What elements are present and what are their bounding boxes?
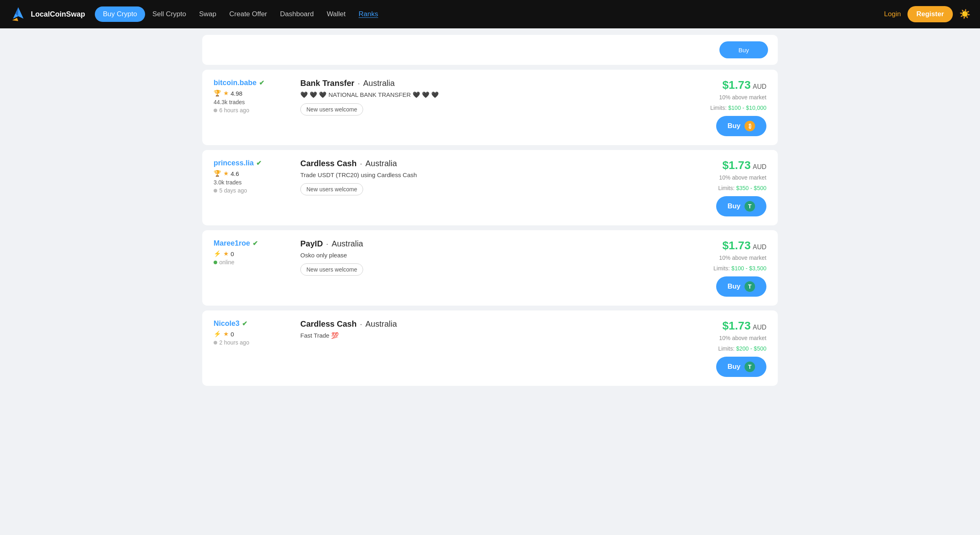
offer-card: Maree1roe ✔ ⚡ ★ 0 online PayID ·	[202, 230, 778, 306]
seller-info: bitcoin.babe ✔ 🏆 ★ 4.98 44.3k trades 6 h…	[214, 79, 291, 113]
last-seen-text: online	[219, 259, 234, 265]
buy-button[interactable]: Buy T	[716, 196, 766, 216]
limits-line: Limits: $100 - $10,000	[710, 105, 766, 111]
buy-button[interactable]: Buy T	[716, 276, 766, 297]
price-currency: AUD	[753, 244, 766, 251]
offer-card: Nicole3 ✔ ⚡ ★ 0 2 hours ago Cardless Cas…	[202, 310, 778, 386]
logo[interactable]: LocalCoinSwap	[10, 6, 85, 23]
trophy-icon: 🏆	[214, 90, 221, 97]
offer-location: Australia	[332, 239, 363, 248]
price-currency: AUD	[753, 163, 766, 171]
payment-method: Cardless Cash	[300, 159, 357, 168]
price-line: $1.73 AUD	[722, 79, 766, 92]
buy-label: Buy	[728, 282, 740, 291]
offer-details: Bank Transfer · Australia 🖤 🖤 🖤 NATIONAL…	[300, 79, 659, 116]
offer-description: Fast Trade 💯	[300, 332, 659, 339]
trades-count: 3.0k trades	[214, 179, 291, 186]
seller-meta: ⚡ ★ 0	[214, 330, 291, 338]
lightning-icon: ⚡	[214, 250, 221, 257]
theme-toggle-icon[interactable]: ☀️	[959, 9, 970, 19]
offer-details: Cardless Cash · Australia Fast Trade 💯	[300, 319, 659, 339]
price-above-market: 10% above market	[719, 174, 766, 181]
seller-name[interactable]: bitcoin.babe ✔	[214, 79, 291, 87]
price-line: $1.73 AUD	[722, 159, 766, 172]
nav-right: Login Register ☀️	[884, 6, 970, 22]
price-currency: AUD	[753, 324, 766, 331]
seller-meta: 🏆 ★ 4.6	[214, 170, 291, 177]
limits-values: $350 - $500	[736, 185, 766, 191]
buy-button[interactable]: Buy ₿	[716, 116, 766, 136]
verified-icon: ✔	[242, 320, 247, 327]
trophy-icon: 🏆	[214, 170, 221, 177]
usdt-icon: T	[745, 362, 755, 372]
buy-button[interactable]: Buy T	[716, 357, 766, 377]
verified-icon: ✔	[259, 79, 264, 87]
offer-right: $1.73 AUD 10% above market Limits: $200 …	[669, 319, 766, 377]
price-above-market: 10% above market	[719, 255, 766, 261]
price-amount: $1.73	[722, 239, 751, 252]
last-seen-text: 6 hours ago	[219, 107, 249, 113]
logo-text: LocalCoinSwap	[31, 10, 85, 19]
main-content: Buy bitcoin.babe ✔ 🏆 ★ 4.98 44.3k trades…	[186, 28, 794, 397]
buy-label: Buy	[728, 363, 740, 371]
offer-description: Trade USDT (TRC20) using Cardless Cash	[300, 171, 659, 178]
separator: ·	[360, 159, 362, 168]
price-amount: $1.73	[722, 79, 751, 92]
offer-title: Cardless Cash · Australia	[300, 319, 659, 329]
nav-sell-crypto[interactable]: Sell Crypto	[147, 7, 192, 21]
lightning-icon: ⚡	[214, 330, 221, 338]
price-above-market: 10% above market	[719, 335, 766, 341]
offer-details: Cardless Cash · Australia Trade USDT (TR…	[300, 159, 659, 195]
rating-value: 0	[231, 331, 234, 338]
last-seen-text: 5 days ago	[219, 187, 247, 194]
star-icon: ★	[223, 330, 229, 338]
nav-buy-crypto[interactable]: Buy Crypto	[95, 6, 145, 22]
seller-info: Nicole3 ✔ ⚡ ★ 0 2 hours ago	[214, 319, 291, 346]
partial-top-card: Buy	[202, 35, 778, 65]
offline-dot	[214, 189, 217, 193]
last-seen: 2 hours ago	[214, 339, 291, 346]
buy-label: Buy	[728, 122, 740, 130]
nav-create-offer[interactable]: Create Offer	[224, 7, 273, 21]
payment-method: Bank Transfer	[300, 79, 354, 88]
seller-info: princess.lia ✔ 🏆 ★ 4.6 3.0k trades 5 day…	[214, 159, 291, 194]
last-seen: 6 hours ago	[214, 107, 291, 113]
partial-buy-button[interactable]: Buy	[719, 41, 768, 58]
price-amount: $1.73	[722, 159, 751, 172]
seller-name-text: bitcoin.babe	[214, 79, 257, 87]
usdt-icon: T	[745, 281, 755, 292]
tag-badge: New users welcome	[300, 103, 363, 116]
offer-location: Australia	[366, 159, 397, 168]
price-above-market: 10% above market	[719, 94, 766, 101]
seller-name[interactable]: Nicole3 ✔	[214, 319, 291, 328]
nav-swap[interactable]: Swap	[193, 7, 222, 21]
nav-dashboard[interactable]: Dashboard	[274, 7, 319, 21]
offer-location: Australia	[363, 79, 395, 88]
offline-dot	[214, 341, 217, 345]
seller-name[interactable]: Maree1roe ✔	[214, 239, 291, 248]
separator: ·	[357, 79, 360, 88]
trades-count: 44.3k trades	[214, 99, 291, 105]
offer-title: Bank Transfer · Australia	[300, 79, 659, 88]
seller-name[interactable]: princess.lia ✔	[214, 159, 291, 167]
register-button[interactable]: Register	[907, 6, 953, 22]
limits-values: $100 - $3,500	[732, 265, 766, 272]
offer-right: $1.73 AUD 10% above market Limits: $100 …	[669, 239, 766, 297]
offline-dot	[214, 109, 217, 112]
seller-meta: ⚡ ★ 0	[214, 250, 291, 257]
verified-icon: ✔	[252, 240, 258, 247]
nav-ranks[interactable]: Ranks	[353, 7, 384, 21]
seller-info: Maree1roe ✔ ⚡ ★ 0 online	[214, 239, 291, 265]
payment-method: Cardless Cash	[300, 319, 357, 329]
verified-icon: ✔	[256, 159, 261, 167]
login-link[interactable]: Login	[884, 10, 901, 18]
price-amount: $1.73	[722, 319, 751, 332]
rating-value: 4.98	[231, 90, 242, 97]
limits-line: Limits: $100 - $3,500	[713, 265, 766, 272]
offer-title: Cardless Cash · Australia	[300, 159, 659, 168]
tag-badge: New users welcome	[300, 183, 363, 195]
nav-wallet[interactable]: Wallet	[321, 7, 351, 21]
seller-name-text: Nicole3	[214, 319, 240, 328]
svg-marker-2	[12, 18, 18, 21]
offer-right: $1.73 AUD 10% above market Limits: $100 …	[669, 79, 766, 136]
